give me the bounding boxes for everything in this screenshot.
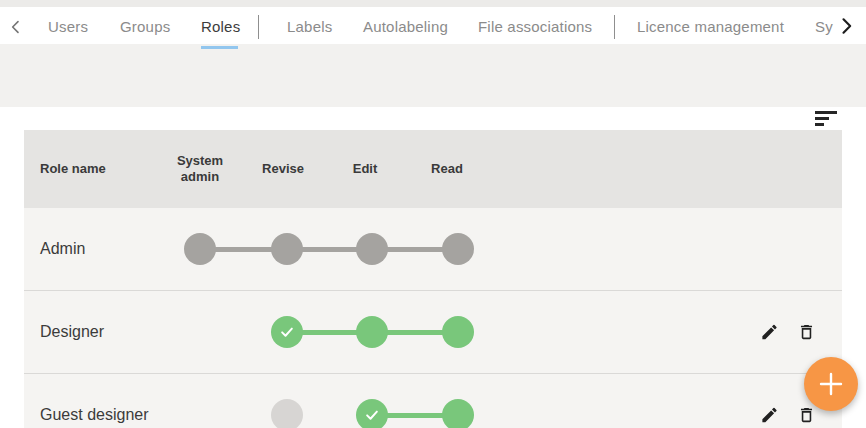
permission-dot-revise[interactable] — [271, 316, 303, 348]
trash-icon — [797, 406, 816, 425]
tab-autolabeling[interactable]: Autolabeling — [363, 18, 448, 35]
sort-icon — [815, 111, 837, 114]
permission-track — [24, 208, 842, 290]
tabs-scroll-right-button[interactable] — [836, 16, 856, 36]
edit-role-button[interactable] — [760, 406, 779, 425]
tab-labels[interactable]: Labels — [287, 18, 332, 35]
settings-roles-screen: Users Groups Roles Labels Autolabeling F… — [0, 0, 866, 428]
check-icon — [363, 406, 381, 424]
column-header-read: Read — [407, 130, 487, 208]
permission-track — [24, 291, 842, 373]
pencil-icon — [760, 406, 779, 425]
add-role-fab[interactable] — [804, 357, 858, 411]
tab-system-truncated[interactable]: Sy — [815, 18, 833, 35]
toolbar-strip — [0, 44, 866, 107]
tabs-scroll-left-button[interactable] — [8, 19, 24, 35]
permission-dot-read[interactable] — [442, 399, 474, 428]
pencil-icon — [760, 323, 779, 342]
permission-dot-edit[interactable] — [356, 316, 388, 348]
permission-dot-system-admin[interactable] — [184, 233, 216, 265]
chevron-right-icon — [836, 16, 856, 36]
delete-role-button[interactable] — [797, 406, 816, 425]
column-header-system-admin: System admin — [168, 130, 232, 208]
column-header-edit: Edit — [325, 130, 405, 208]
table-row: Guest designer — [24, 373, 842, 428]
window-top-strip — [0, 0, 866, 7]
permission-track — [24, 374, 842, 428]
permission-dot-revise[interactable] — [271, 233, 303, 265]
roles-table-header: Role name System admin Revise Edit Read — [24, 130, 842, 208]
delete-role-button[interactable] — [797, 323, 816, 342]
permission-dot-edit[interactable] — [356, 233, 388, 265]
sort-icon — [815, 117, 829, 120]
settings-tab-bar: Users Groups Roles Labels Autolabeling F… — [0, 7, 866, 44]
check-icon — [278, 323, 296, 341]
connector-line — [200, 247, 458, 252]
table-body: AdminDesignerGuest designer — [24, 208, 842, 428]
column-header-revise: Revise — [243, 130, 323, 208]
permission-dot-revise[interactable] — [271, 399, 303, 428]
tab-file-associations[interactable]: File associations — [478, 18, 592, 35]
tab-groups[interactable]: Groups — [120, 18, 170, 35]
permission-dot-read[interactable] — [442, 233, 474, 265]
tab-licence-management[interactable]: Licence management — [637, 18, 784, 35]
column-header-role-name: Role name — [40, 130, 106, 208]
active-tab-underline — [201, 46, 238, 49]
edit-role-button[interactable] — [760, 323, 779, 342]
trash-icon — [797, 323, 816, 342]
table-row: Designer — [24, 290, 842, 373]
row-actions — [760, 406, 816, 425]
tab-roles[interactable]: Roles — [201, 18, 240, 35]
permission-dot-read[interactable] — [442, 316, 474, 348]
permission-dot-edit[interactable] — [356, 399, 388, 428]
row-actions — [760, 323, 816, 342]
tab-divider — [258, 15, 259, 39]
chevron-left-icon — [8, 19, 24, 35]
tab-divider — [614, 15, 615, 39]
roles-table: Role name System admin Revise Edit Read … — [24, 130, 842, 428]
sort-icon — [815, 123, 824, 126]
tab-users[interactable]: Users — [48, 18, 88, 35]
table-row: Admin — [24, 208, 842, 290]
plus-icon — [818, 371, 844, 397]
